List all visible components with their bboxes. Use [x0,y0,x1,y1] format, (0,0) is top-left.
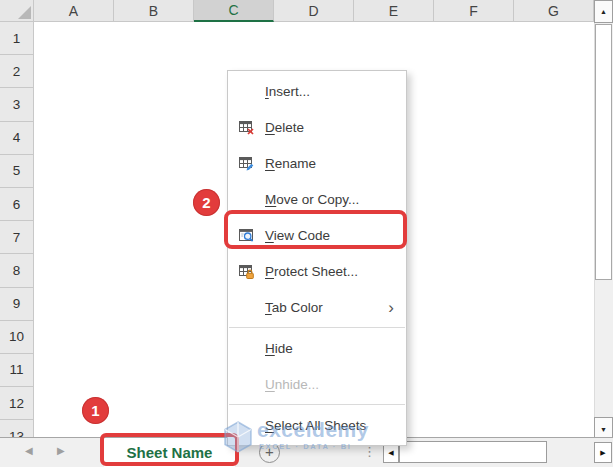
down-arrow-icon: ▼ [600,426,607,433]
right-arrow-icon: ▶ [57,445,65,456]
hscroll-right-button[interactable]: ▶ [594,442,612,463]
menu-item-label: Move or Copy... [265,192,406,207]
menu-item-tab-color[interactable]: Tab Color › [228,289,406,325]
row-header[interactable]: 10 [0,321,34,354]
row-header[interactable]: 4 [0,122,34,155]
menu-item-label: Hide [265,341,406,356]
column-headers: A B C D E F G [34,0,594,22]
protect-sheet-icon [228,263,265,280]
step-badge-1: 1 [82,397,109,424]
up-arrow-icon: ▲ [600,8,607,15]
row-header[interactable]: 5 [0,155,34,188]
row-header[interactable]: 7 [0,221,34,254]
right-arrow-icon: ▶ [600,449,605,457]
menu-separator [229,404,405,405]
menu-item-label: Insert... [265,84,406,99]
scroll-up-button[interactable]: ▲ [594,0,613,23]
menu-item-label: Select All Sheets [265,418,406,433]
row-header[interactable]: 2 [0,55,34,88]
sheet-context-menu: Insert... Delete [227,70,407,446]
select-all-corner[interactable] [0,0,34,22]
excel-window: A B C D E F G 1 2 3 4 5 6 7 8 9 10 11 12… [0,0,613,467]
row-header[interactable]: 6 [0,188,34,221]
menu-item-select-all-sheets[interactable]: Select All Sheets [228,407,406,443]
menu-item-unhide[interactable]: Unhide... [228,366,406,402]
menu-item-label: Protect Sheet... [265,264,406,279]
row-header[interactable]: 8 [0,254,34,287]
left-arrow-icon: ◀ [388,449,393,457]
sheet-name-highlight-box [100,433,239,466]
menu-item-label: Unhide... [265,377,406,392]
menu-separator [229,327,405,328]
submenu-arrow-icon: › [388,299,394,316]
menu-item-hide[interactable]: Hide [228,330,406,366]
tab-scroll-left-button[interactable]: ◀ [25,446,33,456]
tab-scroll-right-button[interactable]: ▶ [57,446,65,456]
row-header[interactable]: 12 [0,387,34,420]
column-header-g[interactable]: G [514,0,594,22]
column-header-b[interactable]: B [114,0,194,22]
menu-item-rename[interactable]: Rename [228,145,406,181]
column-header-c-selected[interactable]: C [194,0,274,22]
view-code-highlight-box [224,210,407,249]
select-all-triangle-icon [18,6,31,19]
row-header[interactable]: 9 [0,288,34,321]
horizontal-scrollbar-thumb[interactable] [399,441,547,463]
column-header-a[interactable]: A [34,0,114,22]
step-badge-2: 2 [193,189,220,216]
column-header-f[interactable]: F [434,0,514,22]
row-header[interactable]: 1 [0,22,34,55]
menu-item-protect-sheet[interactable]: Protect Sheet... [228,253,406,289]
row-header[interactable]: 3 [0,88,34,121]
menu-item-label: Rename [265,156,406,171]
row-header[interactable]: 13 [0,420,34,437]
column-header-d[interactable]: D [274,0,354,22]
menu-item-insert[interactable]: Insert... [228,73,406,109]
delete-sheet-icon [228,119,265,136]
vertical-scrollbar-thumb[interactable] [595,24,612,280]
menu-item-label: Delete [265,120,406,135]
column-header-e[interactable]: E [354,0,434,22]
menu-item-delete[interactable]: Delete [228,109,406,145]
row-headers: 1 2 3 4 5 6 7 8 9 10 11 12 13 [0,22,34,437]
left-arrow-icon: ◀ [25,445,33,456]
tabbar-splitter-handle[interactable]: ⋮ [363,444,376,459]
rename-sheet-icon [228,155,265,172]
row-header[interactable]: 11 [0,354,34,387]
menu-item-label: Tab Color [265,300,388,315]
